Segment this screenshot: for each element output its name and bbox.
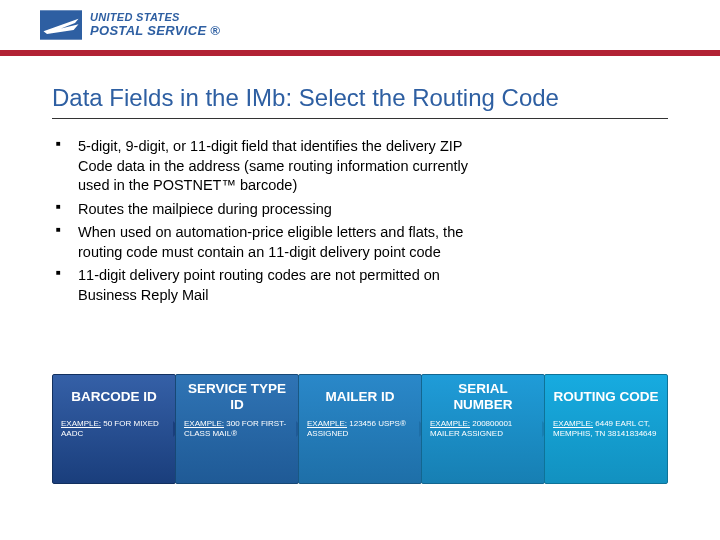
box-routing-code: ROUTING CODE EXAMPLE: 6449 EARL CT, MEMP… — [544, 374, 668, 484]
brand-header: UNITED STATES POSTAL SERVICE ® — [0, 0, 720, 50]
usps-eagle-icon — [40, 10, 82, 40]
list-item: 11-digit delivery point routing codes ar… — [56, 266, 482, 305]
brand-line2: POSTAL SERVICE ® — [90, 24, 220, 38]
box-example: EXAMPLE: 200800001 MAILER ASSIGNED — [430, 419, 536, 439]
box-example: EXAMPLE: 6449 EARL CT, MEMPHIS, TN 38141… — [553, 419, 659, 439]
slide: UNITED STATES POSTAL SERVICE ® Data Fiel… — [0, 0, 720, 540]
box-example: EXAMPLE: 123456 USPS® ASSIGNED — [307, 419, 413, 439]
list-item: Routes the mailpiece during processing — [56, 200, 482, 220]
field-boxes-row: BARCODE ID EXAMPLE: 50 FOR MIXED AADC SE… — [52, 374, 668, 484]
box-service-type-id: SERVICE TYPE ID EXAMPLE: 300 FOR FIRST-C… — [175, 374, 299, 484]
box-example: EXAMPLE: 50 FOR MIXED AADC — [61, 419, 167, 439]
box-example: EXAMPLE: 300 FOR FIRST-CLASS MAIL® — [184, 419, 290, 439]
page-title: Data Fields in the IMb: Select the Routi… — [52, 84, 668, 119]
list-item: When used on automation-price eligible l… — [56, 223, 482, 262]
bullet-list: 5-digit, 9-digit, or 11-digit field that… — [52, 137, 482, 306]
box-title: ROUTING CODE — [553, 381, 659, 413]
box-mailer-id: MAILER ID EXAMPLE: 123456 USPS® ASSIGNED — [298, 374, 422, 484]
box-title: SERIAL NUMBER — [430, 381, 536, 413]
box-barcode-id: BARCODE ID EXAMPLE: 50 FOR MIXED AADC — [52, 374, 176, 484]
content-area: Data Fields in the IMb: Select the Routi… — [0, 56, 720, 306]
box-title: BARCODE ID — [61, 381, 167, 413]
box-serial-number: SERIAL NUMBER EXAMPLE: 200800001 MAILER … — [421, 374, 545, 484]
list-item: 5-digit, 9-digit, or 11-digit field that… — [56, 137, 482, 196]
box-title: SERVICE TYPE ID — [184, 381, 290, 413]
brand-text: UNITED STATES POSTAL SERVICE ® — [90, 12, 220, 37]
box-title: MAILER ID — [307, 381, 413, 413]
